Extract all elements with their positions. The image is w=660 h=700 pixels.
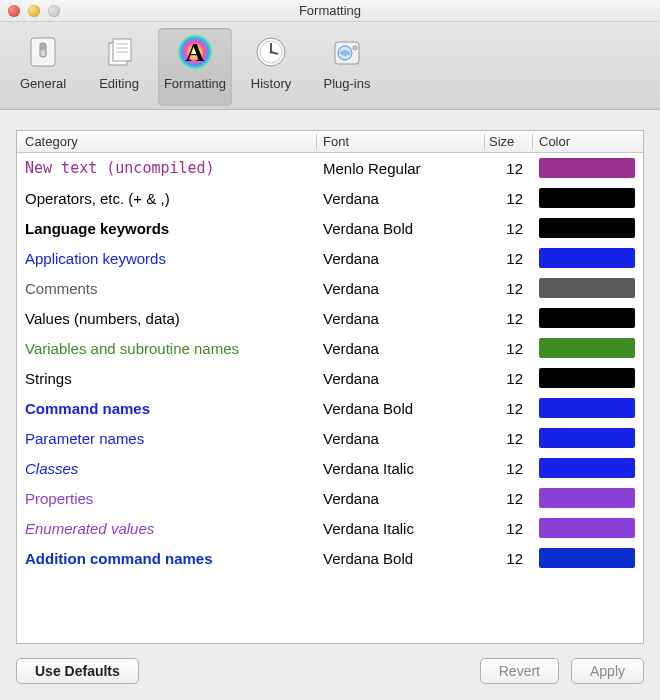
- color-cell[interactable]: [533, 305, 643, 331]
- table-row[interactable]: PropertiesVerdana12: [17, 483, 643, 513]
- color-cell[interactable]: [533, 155, 643, 181]
- table-row[interactable]: StringsVerdana12: [17, 363, 643, 393]
- color-swatch[interactable]: [539, 278, 635, 298]
- category-cell: Language keywords: [17, 220, 317, 237]
- font-cell: Verdana Italic: [317, 460, 485, 477]
- category-cell: Command names: [17, 400, 317, 417]
- color-swatch[interactable]: [539, 158, 635, 178]
- color-cell[interactable]: [533, 425, 643, 451]
- color-cell[interactable]: [533, 335, 643, 361]
- table-header: Category Font Size Color: [17, 131, 643, 153]
- window-controls: [8, 5, 60, 17]
- color-swatch[interactable]: [539, 308, 635, 328]
- size-cell: 12: [485, 190, 533, 207]
- table-row[interactable]: Variables and subroutine namesVerdana12: [17, 333, 643, 363]
- revert-button[interactable]: Revert: [480, 658, 559, 684]
- button-bar: Use Defaults Revert Apply: [16, 644, 644, 684]
- tab-label: Formatting: [164, 76, 226, 91]
- category-cell: New text (uncompiled): [17, 159, 317, 177]
- category-cell: Classes: [17, 460, 317, 477]
- color-cell[interactable]: [533, 395, 643, 421]
- svg-text:A: A: [186, 38, 205, 67]
- color-cell[interactable]: [533, 455, 643, 481]
- table-row[interactable]: Values (numbers, data)Verdana12: [17, 303, 643, 333]
- font-cell: Verdana Bold: [317, 550, 485, 567]
- tab-editing[interactable]: Editing: [82, 28, 156, 106]
- font-cell: Verdana: [317, 190, 485, 207]
- category-cell: Strings: [17, 370, 317, 387]
- color-swatch[interactable]: [539, 248, 635, 268]
- font-cell: Verdana Bold: [317, 220, 485, 237]
- color-swatch[interactable]: [539, 218, 635, 238]
- font-cell: Verdana: [317, 310, 485, 327]
- table-row[interactable]: Command namesVerdana Bold12: [17, 393, 643, 423]
- size-cell: 12: [485, 400, 533, 417]
- size-cell: 12: [485, 280, 533, 297]
- table-row[interactable]: Language keywordsVerdana Bold12: [17, 213, 643, 243]
- table-row[interactable]: Addition command namesVerdana Bold12: [17, 543, 643, 573]
- zoom-window-button[interactable]: [48, 5, 60, 17]
- size-cell: 12: [485, 490, 533, 507]
- tab-plugins[interactable]: Plug-ins: [310, 28, 384, 106]
- svg-point-14: [270, 51, 273, 54]
- color-cell[interactable]: [533, 275, 643, 301]
- color-swatch[interactable]: [539, 398, 635, 418]
- table-row[interactable]: ClassesVerdana Italic12: [17, 453, 643, 483]
- table-row[interactable]: Parameter namesVerdana12: [17, 423, 643, 453]
- size-cell: 12: [485, 220, 533, 237]
- window-title: Formatting: [0, 3, 660, 18]
- size-cell: 12: [485, 430, 533, 447]
- category-cell: Values (numbers, data): [17, 310, 317, 327]
- color-cell[interactable]: [533, 515, 643, 541]
- table-row[interactable]: New text (uncompiled)Menlo Regular12: [17, 153, 643, 183]
- header-size[interactable]: Size: [485, 134, 533, 149]
- size-cell: 12: [485, 550, 533, 567]
- color-swatch[interactable]: [539, 488, 635, 508]
- color-swatch[interactable]: [539, 428, 635, 448]
- preferences-window: Formatting General Editing: [0, 0, 660, 700]
- color-swatch[interactable]: [539, 458, 635, 478]
- table-row[interactable]: CommentsVerdana12: [17, 273, 643, 303]
- minimize-window-button[interactable]: [28, 5, 40, 17]
- color-swatch[interactable]: [539, 188, 635, 208]
- history-icon: [251, 32, 291, 72]
- size-cell: 12: [485, 160, 533, 177]
- color-swatch[interactable]: [539, 548, 635, 568]
- color-cell[interactable]: [533, 365, 643, 391]
- table-row[interactable]: Operators, etc. (+ & ,)Verdana12: [17, 183, 643, 213]
- table-body: New text (uncompiled)Menlo Regular12Oper…: [17, 153, 643, 643]
- size-cell: 12: [485, 340, 533, 357]
- color-swatch[interactable]: [539, 368, 635, 388]
- header-category[interactable]: Category: [17, 134, 317, 149]
- color-cell[interactable]: [533, 215, 643, 241]
- font-cell: Verdana Italic: [317, 520, 485, 537]
- font-cell: Verdana: [317, 490, 485, 507]
- color-cell[interactable]: [533, 485, 643, 511]
- header-font[interactable]: Font: [317, 134, 485, 149]
- color-cell[interactable]: [533, 245, 643, 271]
- formatting-table: Category Font Size Color New text (uncom…: [16, 130, 644, 644]
- category-cell: Application keywords: [17, 250, 317, 267]
- header-color[interactable]: Color: [533, 134, 643, 149]
- apply-button[interactable]: Apply: [571, 658, 644, 684]
- color-swatch[interactable]: [539, 518, 635, 538]
- tab-general[interactable]: General: [6, 28, 80, 106]
- use-defaults-button[interactable]: Use Defaults: [16, 658, 139, 684]
- color-swatch[interactable]: [539, 338, 635, 358]
- svg-rect-2: [41, 44, 45, 50]
- font-cell: Verdana Bold: [317, 400, 485, 417]
- color-cell[interactable]: [533, 185, 643, 211]
- tab-history[interactable]: History: [234, 28, 308, 106]
- table-row[interactable]: Application keywordsVerdana12: [17, 243, 643, 273]
- tab-formatting[interactable]: A Formatting: [158, 28, 232, 106]
- tab-label: General: [20, 76, 66, 91]
- font-cell: Verdana: [317, 250, 485, 267]
- table-row[interactable]: Enumerated valuesVerdana Italic12: [17, 513, 643, 543]
- color-cell[interactable]: [533, 545, 643, 571]
- font-cell: Verdana: [317, 370, 485, 387]
- editing-icon: [99, 32, 139, 72]
- content-area: Category Font Size Color New text (uncom…: [0, 110, 660, 700]
- preferences-toolbar: General Editing A Formatting: [0, 22, 660, 110]
- category-cell: Addition command names: [17, 550, 317, 567]
- close-window-button[interactable]: [8, 5, 20, 17]
